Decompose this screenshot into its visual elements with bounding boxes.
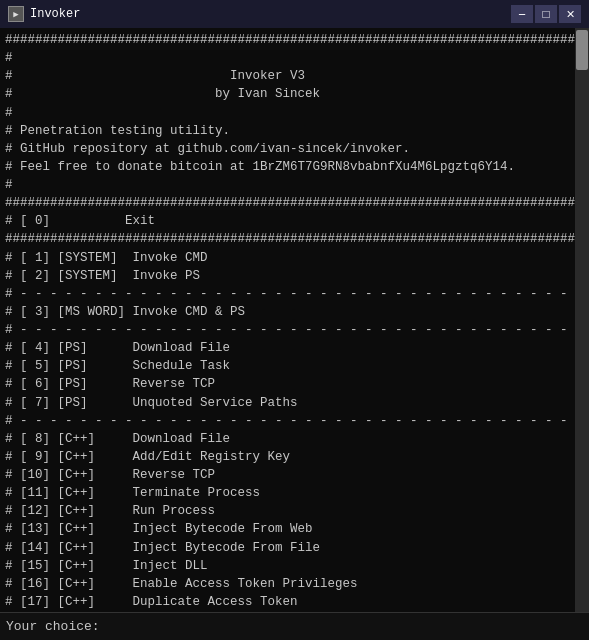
close-button[interactable]: ✕ (559, 5, 581, 23)
console-line: # [ 5] [PS] Schedule Task # (5, 357, 570, 375)
console-output[interactable]: ########################################… (0, 28, 575, 612)
console-line: # Invoker V3 # (5, 67, 570, 85)
console-line: # [12] [C++] Run Process # (5, 502, 570, 520)
console-line: # GitHub repository at github.com/ivan-s… (5, 140, 570, 158)
console-line: # [ 2] [SYSTEM] Invoke PS # (5, 267, 570, 285)
console-line: # [ 3] [MS WORD] Invoke CMD & PS # (5, 303, 570, 321)
console-line: ########################################… (5, 230, 570, 248)
console-line: # [ 7] [PS] Unquoted Service Paths # (5, 394, 570, 412)
console-line: # [11] [C++] Terminate Process # (5, 484, 570, 502)
console-line: ########################################… (5, 31, 570, 49)
console-line: # [15] [C++] Inject DLL # (5, 557, 570, 575)
console-line: # [ 8] [C++] Download File # (5, 430, 570, 448)
console-line: # by Ivan Sincek # (5, 85, 570, 103)
console-line: # - - - - - - - - - - - - - - - - - - - … (5, 285, 570, 303)
console-line: # [13] [C++] Inject Bytecode From Web # (5, 520, 570, 538)
console-line: # [ 6] [PS] Reverse TCP # (5, 375, 570, 393)
scrollbar-thumb[interactable] (576, 30, 588, 70)
console-line: # [ 4] [PS] Download File # (5, 339, 570, 357)
input-prompt: Your choice: (6, 619, 100, 634)
console-line: # [ 0] Exit # (5, 212, 570, 230)
console-wrapper: ########################################… (0, 28, 589, 612)
title-bar-left: ▶ Invoker (8, 6, 80, 22)
console-line: # # (5, 104, 570, 122)
console-line: # [17] [C++] Duplicate Access Token # (5, 593, 570, 611)
console-line: # Feel free to donate bitcoin at 1BrZM6T… (5, 158, 570, 176)
console-line: # # (5, 176, 570, 194)
window-title: Invoker (30, 7, 80, 21)
restore-button[interactable]: □ (535, 5, 557, 23)
console-line: # [14] [C++] Inject Bytecode From File # (5, 539, 570, 557)
app-icon: ▶ (8, 6, 24, 22)
console-line: # [ 1] [SYSTEM] Invoke CMD # (5, 249, 570, 267)
title-bar: ▶ Invoker − □ ✕ (0, 0, 589, 28)
input-bar: Your choice: (0, 612, 589, 640)
console-line: # [ 9] [C++] Add/Edit Registry Key # (5, 448, 570, 466)
console-line: # - - - - - - - - - - - - - - - - - - - … (5, 412, 570, 430)
choice-input[interactable] (104, 619, 583, 634)
console-line: ########################################… (5, 194, 570, 212)
console-line: # - - - - - - - - - - - - - - - - - - - … (5, 321, 570, 339)
console-line: # [16] [C++] Enable Access Token Privile… (5, 575, 570, 593)
console-line: # [18] [C++] Replace Sticky Keys # (5, 611, 570, 612)
scrollbar-track[interactable] (575, 28, 589, 612)
console-line: # [10] [C++] Reverse TCP # (5, 466, 570, 484)
console-line: # # (5, 49, 570, 67)
minimize-button[interactable]: − (511, 5, 533, 23)
title-bar-controls: − □ ✕ (511, 5, 581, 23)
console-line: # Penetration testing utility. # (5, 122, 570, 140)
